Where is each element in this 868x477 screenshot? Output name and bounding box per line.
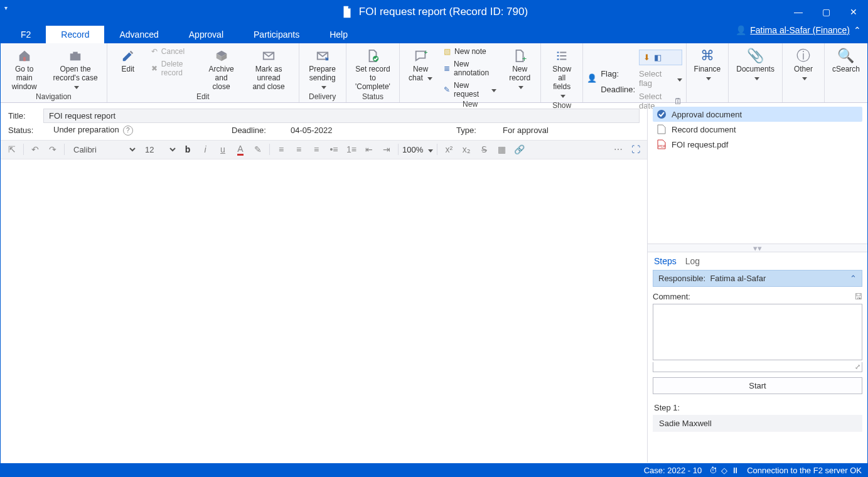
edit-button[interactable]: Edit	[111, 46, 145, 75]
indent-icon[interactable]: ⇥	[379, 142, 394, 157]
collapse-ribbon-icon[interactable]: ⌃	[854, 25, 861, 35]
more-icon[interactable]: ⋯	[611, 142, 626, 157]
qat-dropdown-icon[interactable]: ▾	[4, 4, 8, 11]
doc-approval[interactable]: Approval document	[653, 107, 862, 122]
status-label: Status:	[8, 126, 38, 135]
csearch-button[interactable]: 🔍cSearch	[828, 46, 864, 75]
home-icon	[18, 49, 31, 63]
other-button[interactable]: ⓘOther	[786, 46, 820, 83]
svg-rect-2	[73, 52, 77, 55]
new-record-button[interactable]: + Newrecord	[503, 46, 537, 92]
save-icon[interactable]: 🖫	[854, 292, 862, 301]
tab-participants[interactable]: Participants	[238, 26, 314, 43]
briefcase-icon	[68, 49, 82, 63]
annotation-icon: ≣	[444, 64, 450, 73]
flag-caret-icon[interactable]	[675, 74, 682, 83]
pause-icon[interactable]: ⏸	[731, 466, 739, 475]
group-label-status: Status	[362, 92, 383, 102]
mark-unread-close-button[interactable]: Mark as unreadand close	[243, 46, 295, 92]
italic-icon[interactable]: i	[198, 142, 213, 157]
maximize-button[interactable]: ▢	[812, 1, 840, 23]
start-button[interactable]: Start	[653, 377, 862, 394]
set-complete-button[interactable]: Set record to'Complete'	[350, 46, 395, 92]
envelope-icon	[262, 49, 276, 63]
title-bar: ▾ FOI request report (Record ID: 790) — …	[1, 1, 867, 23]
doc-foi-pdf[interactable]: PDF FOI request.pdf	[653, 137, 862, 152]
select-flag-text[interactable]: Select flag	[639, 69, 669, 88]
editor-toolbar: ⇱ ↶ ↷ Calibri 12 b i u A ✎ ≡ ≡ ≡ •≡ 1≡ ⇤…	[1, 141, 647, 159]
toolbar-popout-icon[interactable]: ⇱	[4, 142, 19, 157]
status-value: Under preparation	[53, 125, 119, 134]
table-icon[interactable]: ▦	[494, 142, 509, 157]
doc-record[interactable]: Record document	[653, 122, 862, 137]
documents-button[interactable]: 📎Documents	[732, 46, 778, 83]
list-bullet-icon[interactable]: •≡	[326, 142, 341, 157]
square-icon: ◧	[654, 53, 662, 62]
go-main-window-button[interactable]: Go to mainwindow	[4, 46, 44, 92]
tab-advanced[interactable]: Advanced	[104, 26, 173, 43]
tab-approval[interactable]: Approval	[174, 26, 238, 43]
subscript-icon[interactable]: x₂	[459, 142, 474, 157]
svg-rect-1	[70, 53, 81, 60]
close-button[interactable]: ✕	[840, 1, 867, 23]
expand-comment-icon[interactable]: ⤢	[855, 363, 860, 370]
superscript-icon[interactable]: x²	[441, 142, 456, 157]
fontsize-select[interactable]: 12	[140, 143, 178, 156]
expand-editor-icon[interactable]: ⛶	[628, 142, 643, 157]
x-icon: ✖	[151, 64, 158, 73]
finance-button[interactable]: ⌘Finance	[690, 46, 725, 83]
user-icon: 👤	[736, 25, 746, 35]
new-note-button[interactable]: ▧New note	[441, 46, 499, 57]
group-label-delivery: Delivery	[309, 92, 336, 102]
outdent-icon[interactable]: ⇤	[362, 142, 377, 157]
timer-icon[interactable]: ⏱	[709, 466, 717, 475]
case-info[interactable]: Case: 2022 - 10	[644, 466, 702, 475]
prepare-sending-button[interactable]: Preparesending	[303, 46, 342, 92]
ribbon: Go to mainwindow Open therecord's case N…	[1, 43, 867, 103]
bold-icon[interactable]: b	[180, 142, 195, 157]
underline-icon[interactable]: u	[215, 142, 230, 157]
align-right-icon[interactable]: ≡	[309, 142, 324, 157]
group-label-edit: Edit	[196, 92, 210, 102]
strike-icon[interactable]: S̶	[476, 142, 491, 157]
tab-record[interactable]: Record	[46, 26, 104, 43]
zoom-value[interactable]: 100%	[402, 145, 423, 154]
new-request-button[interactable]: ✎New request	[441, 80, 499, 100]
undo-icon: ↶	[151, 47, 158, 56]
align-left-icon[interactable]: ≡	[274, 142, 289, 157]
tab-help[interactable]: Help	[314, 26, 363, 43]
new-annotation-button[interactable]: ≣New annotation	[441, 58, 499, 78]
list-number-icon[interactable]: 1≡	[344, 142, 359, 157]
undo-icon[interactable]: ↶	[28, 142, 43, 157]
align-center-icon[interactable]: ≡	[291, 142, 306, 157]
doc-label: FOI request.pdf	[672, 140, 728, 149]
tag-icon[interactable]: ◇	[721, 466, 727, 475]
step1-value[interactable]: Sadie Maxwell	[653, 415, 862, 432]
zoom-caret-icon[interactable]	[426, 145, 433, 154]
font-select[interactable]: Calibri	[68, 143, 137, 156]
responsible-bar[interactable]: Responsible: Fatima al-Safar ⌃	[653, 270, 862, 287]
document-icon	[656, 124, 667, 134]
open-records-case-button[interactable]: Open therecord's case	[48, 46, 103, 92]
comment-textarea[interactable]	[653, 304, 862, 360]
log-tab[interactable]: Log	[685, 256, 700, 266]
minimize-button[interactable]: —	[785, 1, 812, 23]
show-all-fields-button[interactable]: Show allfields	[545, 46, 579, 101]
fontcolor-icon[interactable]: A	[233, 142, 248, 157]
doc-label: Approval document	[672, 110, 742, 119]
horizontal-splitter[interactable]: ▾▾	[648, 244, 867, 252]
editor-body[interactable]	[1, 159, 647, 463]
select-flag-dropdown[interactable]: ⬇ ◧	[639, 50, 682, 65]
link-icon[interactable]: 🔗	[512, 142, 527, 157]
title-input[interactable]: FOI request report	[43, 109, 640, 123]
tab-f2[interactable]: F2	[6, 26, 46, 43]
user-name[interactable]: Fatima al-Safar (Finance)	[750, 25, 850, 35]
highlight-icon[interactable]: ✎	[250, 142, 265, 157]
status-help-icon[interactable]: ?	[123, 126, 133, 136]
redo-icon[interactable]: ↷	[45, 142, 60, 157]
archive-close-button[interactable]: Archiveand close	[204, 46, 239, 92]
check-circle-icon	[656, 109, 667, 119]
chevron-up-icon[interactable]: ⌃	[850, 274, 857, 283]
new-chat-button[interactable]: + Newchat	[404, 46, 437, 83]
steps-tab[interactable]: Steps	[654, 256, 677, 266]
